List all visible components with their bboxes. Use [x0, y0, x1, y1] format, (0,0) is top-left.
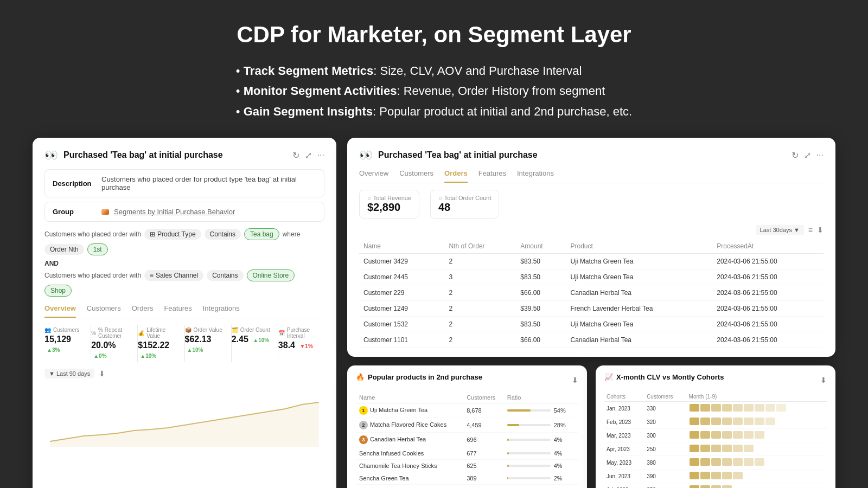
table-cell: Uji Matcha Green Tea [566, 317, 712, 332]
cohort-cell [711, 458, 721, 466]
cohort-cell [765, 404, 775, 412]
left-tab-features[interactable]: Features [164, 304, 192, 318]
filter1-field-pill: ⊞ Product Type [144, 229, 201, 240]
table-cell: 2 [445, 317, 516, 332]
cohort-cells [687, 470, 827, 483]
table-cell: Uji Matcha Green Tea [566, 269, 712, 285]
right-tab-orders[interactable]: Orders [444, 169, 468, 183]
popular-col-header: Customers [463, 392, 504, 403]
right-more-icon[interactable]: ··· [816, 150, 824, 160]
filter1-nth-val-pill: 1st [87, 243, 108, 255]
cohort-cell [744, 404, 754, 412]
table-cell: 2024-03-06 21:55:00 [712, 317, 824, 332]
right-expand-icon[interactable]: ⤢ [804, 150, 811, 160]
popular-customers-cell: 696 [463, 433, 504, 447]
popular-customers-cell: 389 [463, 472, 504, 485]
cohorts-download-icon[interactable]: ⬇ [820, 376, 827, 384]
metric-item: 🗂️ Order Count 2.45 ▲10% [232, 325, 278, 362]
right-tab-integrations[interactable]: Integrations [517, 169, 554, 183]
left-tab-integrations[interactable]: Integrations [203, 304, 240, 318]
ratio-bar [507, 409, 531, 412]
cohort-label: Jun, 2023 [604, 470, 644, 483]
chart-controls: ▼ Last 90 days ⬇ [44, 369, 324, 378]
ratio-label: 28% [554, 422, 566, 428]
date-filter[interactable]: Last 30days ▼ [756, 225, 804, 235]
metric-value: 20.0% ▲0% [91, 341, 131, 360]
cohort-cells [687, 456, 827, 470]
popular-customers-cell: 4,459 [463, 418, 504, 433]
refresh-icon[interactable]: ↻ [292, 150, 299, 160]
metric-value: $62.13 ▲10% [185, 335, 225, 354]
total-order-box: ○ Total Order Count 48 [430, 190, 499, 219]
cohort-cell [733, 458, 743, 466]
right-download-icon[interactable]: ⬇ [817, 226, 824, 234]
table-cell: 2024-03-06 21:55:00 [712, 301, 824, 317]
download-icon[interactable]: ⬇ [99, 369, 105, 378]
popular-customers-cell: 8,678 [463, 403, 504, 418]
orders-table: NameNth of OrderAmountProductProcessedAt… [359, 239, 824, 348]
cohorts-panel: 📈 X-month CLV vs Montly Cohorts ⬇ Cohort… [596, 365, 835, 488]
expand-icon[interactable]: ⤢ [305, 150, 312, 160]
more-icon[interactable]: ··· [317, 150, 324, 160]
popular-name: Matcha Flavored Rice Cakes [370, 421, 446, 428]
cohort-cell [690, 418, 699, 425]
group-link[interactable]: Segments by Initial Purchase Behavior [101, 208, 235, 216]
cohort-label: Jan, 2023 [604, 402, 644, 415]
popular-name: Chamomile Tea Honey Sticks [359, 463, 437, 469]
table-cell: Customer 1101 [359, 332, 445, 348]
right-tab-customers[interactable]: Customers [399, 169, 433, 183]
table-row: Customer 24453$83.50Uji Matcha Green Tea… [359, 269, 824, 285]
table-cell: $66.00 [516, 332, 566, 348]
table-cell: Uji Matcha Green Tea [566, 254, 712, 269]
left-panel-header: 👀 Purchased 'Tea bag' at initial purchas… [44, 149, 324, 162]
cohort-cell [700, 431, 710, 439]
metric-item: 📦 Order Value $62.13 ▲10% [185, 325, 232, 362]
list-view-icon[interactable]: ≡ [808, 226, 813, 234]
right-refresh-icon[interactable]: ↻ [792, 150, 799, 160]
metric-value: 38.4 ▼1% [278, 341, 318, 350]
cohort-cells [687, 402, 827, 415]
table-cell: $83.50 [516, 254, 566, 269]
description-row: Description Customers who placed order f… [44, 169, 324, 197]
total-revenue-box: ○ Total Revenue $2,890 [359, 190, 419, 219]
table-cell: Customer 3429 [359, 254, 445, 269]
left-tab-customers[interactable]: Customers [87, 304, 121, 318]
left-panel-header-icons: ↻ ⤢ ··· [292, 150, 324, 160]
list-item: Sencha Infused Cookies677 4% [356, 447, 578, 460]
popular-download-icon[interactable]: ⬇ [572, 376, 578, 384]
popular-customers-cell: 625 [463, 460, 504, 472]
table-cell: 2024-03-06 21:55:00 [712, 254, 824, 269]
cohort-cell [744, 418, 754, 425]
description-value: Customers who placed order for product t… [101, 175, 316, 191]
popular-name-cell: Sencha Infused Cookies [356, 447, 463, 460]
table-cell: Canadian Herbal Tea [566, 332, 712, 348]
table-cell: 2024-03-06 21:55:00 [712, 285, 824, 301]
metric-value: $152.22 ▲10% [138, 341, 177, 360]
right-tab-overview[interactable]: Overview [359, 169, 388, 183]
table-cell: Canadian Herbal Tea [566, 285, 712, 301]
cohort-cell [700, 445, 710, 452]
total-revenue-value: $2,890 [367, 201, 411, 214]
rank-badge: 3 [359, 435, 368, 444]
popular-name-cell: Chamomile Tea Honey Sticks [356, 460, 463, 472]
orders-table-body: Customer 34292$83.50Uji Matcha Green Tea… [359, 254, 824, 348]
cohort-col-header: Month (1-9) [687, 392, 827, 402]
right-tab-features[interactable]: Features [478, 169, 506, 183]
orders-col-header: Name [359, 239, 445, 254]
table-cell: $83.50 [516, 269, 566, 285]
cohort-cell [755, 418, 764, 425]
table-cell: 3 [445, 269, 516, 285]
popular-table: NameCustomersRatio 1Uji Matcha Green Tea… [356, 392, 578, 488]
cohort-cell [711, 445, 721, 452]
cohort-cells [687, 483, 827, 488]
chart-filter-button[interactable]: ▼ Last 90 days [44, 369, 94, 378]
cohort-customers: 380 [644, 456, 686, 470]
popular-ratio-cell: 28% [504, 418, 578, 433]
filter1-op-pill: Contains [205, 229, 241, 240]
metric-item: 💰 Lifetime Value $152.22 ▲10% [138, 325, 184, 362]
left-tab-orders[interactable]: Orders [132, 304, 154, 318]
cohort-cell [733, 404, 743, 412]
popular-products-header: 🔥 Popular products in 2nd purchase ⬇ [356, 373, 578, 387]
metric-icon: 📅 [278, 330, 285, 336]
left-tab-overview[interactable]: Overview [44, 304, 76, 318]
